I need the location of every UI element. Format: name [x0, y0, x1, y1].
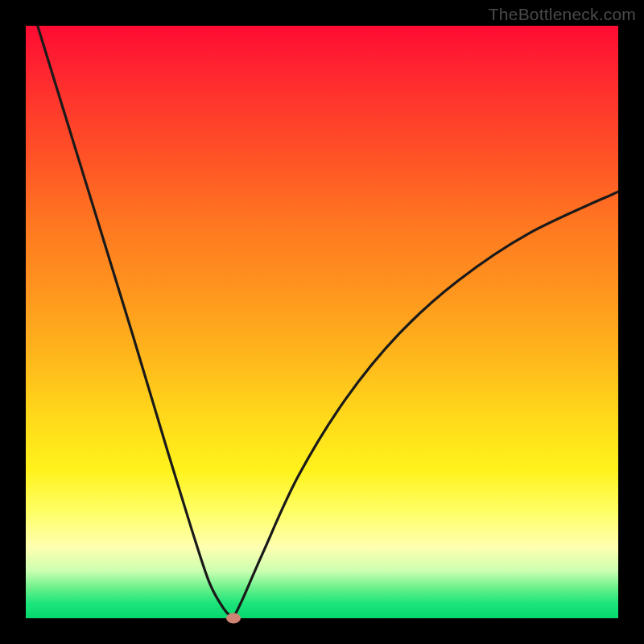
bottleneck-curve	[26, 26, 618, 618]
chart-frame: TheBottleneck.com	[0, 0, 644, 644]
plot-area	[26, 26, 618, 618]
minimum-marker	[226, 613, 241, 624]
watermark-text: TheBottleneck.com	[489, 5, 636, 24]
curve-right	[233, 192, 618, 618]
curve-left	[38, 26, 233, 618]
